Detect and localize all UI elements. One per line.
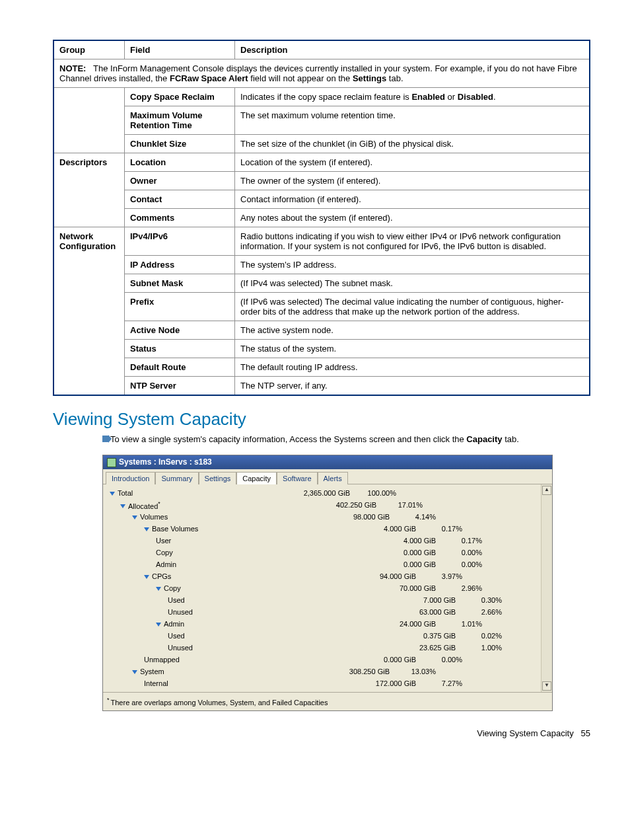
expand-icon[interactable] [144,527,149,531]
tree-row[interactable]: CPGs94.000 GiB3.97% [106,570,538,582]
tree-pct: 100.00% [350,489,396,497]
tree-row[interactable]: Unused23.625 GiB1.00% [106,642,538,654]
tree-pct: 2.66% [456,608,502,616]
tree-size: 0.000 GiB [370,560,436,568]
tree-row[interactable]: System308.250 GiB13.03% [106,666,538,677]
description-cell: Location of the system (if entered). [235,153,590,172]
tree-size: 4.000 GiB [350,525,416,533]
tree-row[interactable]: Admin0.000 GiB0.00% [106,558,538,570]
expand-icon[interactable] [110,492,115,496]
tree-row[interactable]: Internal172.000 GiB7.27% [106,677,538,689]
tab-software[interactable]: Software [277,472,317,484]
table-row: DescriptorsLocationLocation of the syste… [53,153,590,172]
tree-label: Used [106,632,339,640]
tree-label: Allocated* [106,500,292,510]
tree-row[interactable]: Allocated*402.250 GiB17.01% [106,499,538,511]
field-cell: Location [125,153,235,172]
field-cell: Chunklet Size [125,135,235,153]
tree-size: 172.000 GiB [350,679,416,687]
table-row: CommentsAny notes about the system (if e… [53,209,590,227]
field-cell: IP Address [125,256,235,274]
col-description: Description [235,40,590,59]
tree-size: 94.000 GiB [350,572,416,580]
description-cell: Contact information (if entered). [235,190,590,209]
field-cell: Contact [125,190,235,209]
tree-row[interactable]: Volumes98.000 GiB4.14% [106,511,538,523]
description-cell: The NTP server, if any. [235,377,590,396]
group-cell: Descriptors [53,153,125,227]
description-cell: The set size of the chunklet (in GiB) of… [235,135,590,153]
tab-settings[interactable]: Settings [199,472,237,484]
tree-size: 402.250 GiB [310,501,376,509]
field-cell: IPv4/IPv6 [125,227,235,256]
tab-capacity[interactable]: Capacity [236,472,277,484]
tree-size: 63.000 GiB [390,608,456,616]
tree-row[interactable]: Used0.375 GiB0.02% [106,630,538,642]
tree-row[interactable]: Used7.000 GiB0.30% [106,594,538,606]
expand-icon[interactable] [156,623,161,627]
table-row: Default RouteThe default routing IP addr… [53,358,590,377]
tree-size: 0.000 GiB [370,549,436,556]
tree-size: 0.000 GiB [350,656,416,664]
tree-pct: 17.01% [376,501,423,509]
tree-label: Volumes [106,513,304,521]
tree-pct: 7.27% [416,679,462,687]
intro-paragraph: To view a single system's capacity infor… [102,434,590,445]
tab-alerts[interactable]: Alerts [318,472,348,484]
note-cell: NOTE: The InForm Management Console disp… [53,59,590,88]
tree-row[interactable]: Unused63.000 GiB2.66% [106,606,538,618]
table-row: Subnet Mask(If IPv4 was selected) The su… [53,274,590,293]
tree-pct: 4.14% [390,513,436,521]
window-title-text: Systems : InServs : s183 [119,457,212,467]
field-cell: Default Route [125,358,235,377]
group-cell: Network Configuration [53,227,125,396]
tree-label: Admin [106,560,328,568]
tree-row[interactable]: Total2,365.000 GiB100.00% [106,487,538,499]
tree-pct: 0.17% [416,525,462,533]
tree-row[interactable]: User4.000 GiB0.17% [106,535,538,547]
description-cell: The set maximum volume retention time. [235,106,590,135]
col-group: Group [53,40,125,59]
tab-bar: IntroductionSummarySettingsCapacitySoftw… [103,469,552,484]
scroll-down-icon[interactable]: ▼ [542,681,551,691]
page-footer: Viewing System Capacity 55 [53,711,590,738]
table-row: IP AddressThe system's IP address. [53,256,590,274]
tree-label: Internal [106,679,316,687]
table-row: NTP ServerThe NTP server, if any. [53,377,590,396]
settings-description-table: Group Field Description NOTE: The InForm… [53,40,590,396]
tree-size: 23.625 GiB [390,644,456,652]
tree-pct: 1.01% [436,620,482,628]
expand-icon[interactable] [132,515,137,519]
tree-row[interactable]: Copy0.000 GiB0.00% [106,547,538,558]
tree-row[interactable]: Copy70.000 GiB2.96% [106,582,538,594]
vertical-scrollbar[interactable]: ▲ ▼ [541,484,552,692]
expand-icon[interactable] [132,670,137,674]
footnote: *There are overlaps among Volumes, Syste… [103,692,552,710]
tree-pct: 3.97% [416,572,462,580]
description-cell: The owner of the system (if entered). [235,172,590,190]
tree-row[interactable]: Unmapped0.000 GiB0.00% [106,654,538,666]
description-cell: Any notes about the system (if entered). [235,209,590,227]
tree-pct: 0.17% [436,537,482,545]
table-row: Active NodeThe active system node. [53,321,590,340]
description-cell: The system's IP address. [235,256,590,274]
tree-size: 98.000 GiB [324,513,390,521]
expand-icon[interactable] [120,504,125,508]
tree-label: System [106,668,304,675]
tree-size: 70.000 GiB [370,584,436,592]
tree-row[interactable]: Admin24.000 GiB1.01% [106,618,538,630]
tab-summary[interactable]: Summary [155,472,198,484]
tree-pct: 1.00% [456,644,502,652]
tree-label: Unused [106,608,339,616]
expand-icon[interactable] [144,575,149,579]
table-row: Network ConfigurationIPv4/IPv6Radio butt… [53,227,590,256]
tree-pct: 0.30% [456,596,502,604]
expand-icon[interactable] [156,587,161,591]
table-row: StatusThe status of the system. [53,340,590,358]
tab-introduction[interactable]: Introduction [106,472,155,484]
tree-pct: 2.96% [436,584,482,592]
description-cell: The status of the system. [235,340,590,358]
tree-row[interactable]: Base Volumes4.000 GiB0.17% [106,523,538,535]
description-cell: The active system node. [235,321,590,340]
scroll-up-icon[interactable]: ▲ [542,486,551,495]
